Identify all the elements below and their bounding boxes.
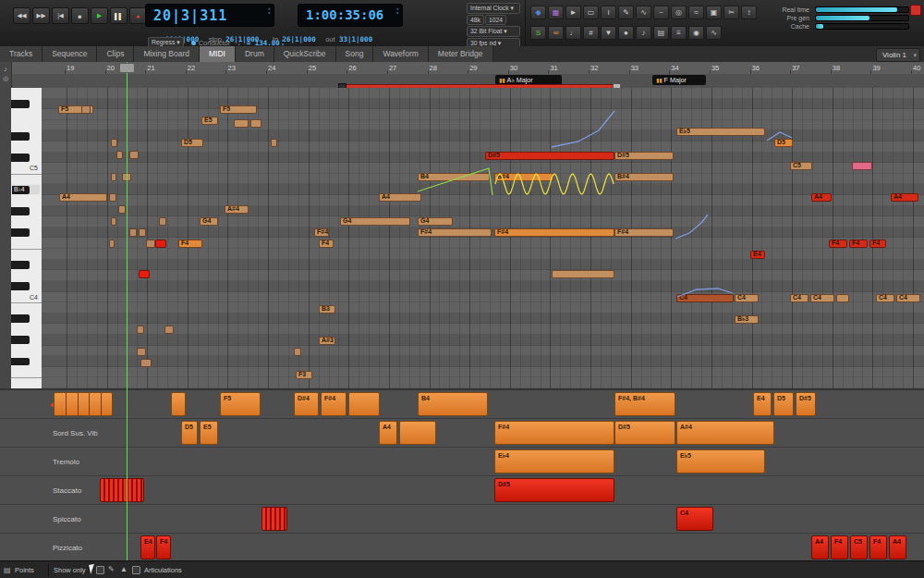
lane-name-pizzicato[interactable]: Pizzicato [53, 544, 82, 552]
midi-note[interactable] [118, 205, 126, 214]
wave-icon[interactable]: ∿ [706, 26, 722, 40]
midi-note[interactable] [111, 173, 116, 181]
selected-key-highlight[interactable] [11, 184, 41, 195]
articulation-block[interactable]: F#4, B#4 [614, 392, 675, 416]
scissors-tool[interactable]: ✂ [723, 6, 739, 19]
articulation-block[interactable] [100, 478, 144, 502]
articulation-block[interactable] [171, 392, 186, 416]
midi-note[interactable]: F#4 [614, 228, 674, 237]
articulation-block[interactable]: A4 [889, 535, 906, 560]
midi-note[interactable] [137, 348, 146, 356]
midi-note[interactable] [159, 217, 166, 226]
articulation-block[interactable]: D#5 [494, 478, 614, 502]
pointer-tool[interactable]: ► [565, 6, 581, 19]
marquee-tool[interactable]: ▭ [583, 6, 599, 19]
articulation-block[interactable]: E5 [200, 421, 218, 445]
articulation-block[interactable] [261, 507, 287, 531]
articulation-block[interactable]: D#4 [294, 392, 319, 416]
midi-note[interactable]: E4 [750, 251, 765, 259]
midi-note[interactable]: G4 [418, 217, 453, 226]
midi-note[interactable]: F4 [178, 240, 202, 248]
in-value[interactable]: 26|1|000 [283, 35, 316, 43]
midi-note[interactable]: A4 [891, 193, 918, 202]
pause-button[interactable]: ▌▌ [110, 7, 128, 24]
midi-note[interactable]: C4 [876, 294, 894, 302]
midi-note[interactable] [836, 294, 849, 302]
midi-note[interactable] [129, 151, 139, 159]
fast-forward-button[interactable]: ▶▶ [32, 7, 50, 24]
midi-note[interactable]: E5 [201, 117, 218, 125]
articulation-block[interactable] [348, 392, 380, 416]
lane-name-spiccato[interactable]: Spiccato [53, 515, 81, 523]
articulation-block[interactable]: A#4 [676, 421, 774, 445]
articulation-block[interactable]: A4 [811, 535, 829, 560]
grid-snap-button[interactable]: ▤ [653, 26, 669, 40]
note-size-icon[interactable]: ♪ [1, 64, 10, 73]
tab-drum[interactable]: Drum [236, 46, 274, 62]
midi-note[interactable]: F#4 [418, 228, 492, 237]
articulation-block[interactable]: E4 [140, 535, 155, 560]
midi-note[interactable] [109, 240, 115, 248]
midi-note[interactable] [852, 162, 872, 170]
midi-note[interactable] [271, 139, 277, 147]
pencil-tool[interactable]: ✎ [618, 6, 634, 19]
tab-song[interactable]: Song [336, 46, 374, 62]
time-counter[interactable]: 1:00:35:06 ▴▾ [298, 4, 403, 27]
tab-sequence[interactable]: Sequence [43, 46, 97, 62]
piano-key-black[interactable] [11, 132, 30, 141]
articulation-block[interactable]: F5 [220, 392, 261, 416]
midi-note[interactable]: C4 [735, 294, 759, 302]
articulation-block[interactable] [399, 421, 436, 445]
midi-note[interactable]: D#5 [485, 152, 614, 160]
midi-note[interactable]: B#4 [494, 173, 553, 181]
articulation-block[interactable]: E♭4 [494, 449, 614, 473]
midi-note[interactable]: F#4 [314, 228, 329, 237]
articulation-block[interactable]: C5 [850, 535, 868, 560]
ibeam-tool[interactable]: I [601, 6, 616, 19]
midi-note[interactable]: F4 [829, 240, 847, 248]
articulation-block[interactable] [54, 392, 113, 416]
articulation-block[interactable]: C4 [676, 507, 713, 531]
show-only-label[interactable]: Show only [54, 566, 86, 574]
midi-note[interactable] [111, 139, 117, 147]
midi-note[interactable]: F3 [296, 371, 312, 379]
midi-note[interactable]: B4 [418, 173, 490, 181]
midi-note[interactable] [111, 217, 116, 226]
articulation-block[interactable]: F4 [156, 535, 171, 560]
midi-note[interactable]: C5 [790, 162, 812, 170]
midi-note[interactable]: A4 [379, 193, 421, 202]
midi-note[interactable] [81, 105, 91, 114]
piano-key-black[interactable] [11, 314, 30, 323]
solo-button[interactable]: S [530, 26, 546, 40]
articulation-block[interactable]: F4 [869, 535, 887, 560]
articulation-block[interactable]: D5 [181, 421, 198, 445]
rewind-button[interactable]: ◀◀ [13, 7, 30, 24]
midi-note[interactable]: A#4 [225, 205, 249, 214]
midi-note[interactable] [146, 240, 155, 248]
piano-key-black[interactable] [11, 336, 30, 344]
midi-note[interactable]: F4 [849, 240, 868, 248]
tab-quickscribe[interactable]: QuickScribe [274, 46, 336, 62]
tab-waveform[interactable]: Waveform [373, 46, 428, 62]
stop-button[interactable]: ■ [71, 7, 89, 24]
midi-note[interactable]: F4 [869, 240, 886, 248]
midi-note[interactable] [294, 348, 301, 356]
track-selector-dropdown[interactable]: Violin 1 [876, 48, 920, 62]
midi-note[interactable]: C4 [810, 294, 834, 302]
reshape-tool[interactable]: ∿ [636, 6, 651, 19]
articulation-block[interactable]: D#5 [796, 392, 816, 416]
piano-key-black[interactable] [11, 228, 30, 237]
midi-note[interactable]: D5 [181, 139, 203, 147]
articulations-label[interactable]: Articulations [144, 566, 182, 574]
midi-note[interactable] [155, 240, 166, 248]
audio-output-icon[interactable]: ◆ [530, 6, 546, 19]
memory-cycle-button[interactable]: ∞ [548, 26, 564, 40]
mute-tool[interactable]: ▣ [706, 6, 722, 19]
midi-note[interactable]: B#4 [614, 173, 674, 181]
playhead-handle[interactable] [119, 63, 135, 73]
midi-note[interactable]: C4 [790, 294, 808, 302]
piano-key-black[interactable] [11, 100, 30, 108]
midi-note[interactable]: F5 [220, 105, 257, 114]
articulation-block[interactable]: B4 [418, 392, 488, 416]
midi-note[interactable]: A#3 [319, 337, 335, 345]
